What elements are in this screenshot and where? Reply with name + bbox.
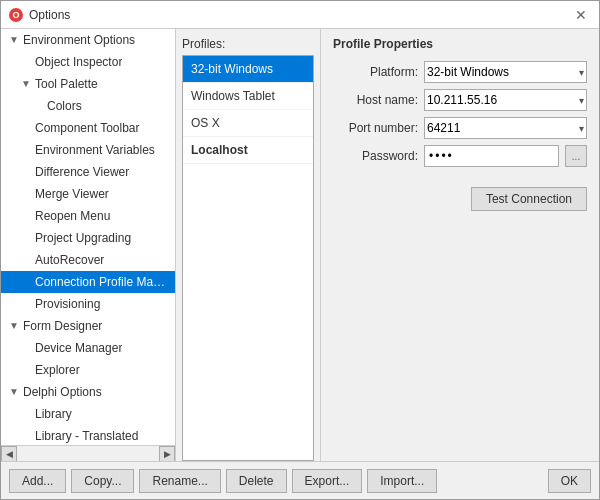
tree-item-library-trans[interactable]: Library - Translated <box>1 425 175 445</box>
tree-item-label: Merge Viewer <box>35 185 109 203</box>
profile-item-32bit-win[interactable]: 32-bit Windows <box>183 56 313 83</box>
platform-select[interactable]: 32-bit Windows 64-bit Windows OS X <box>424 61 587 83</box>
tree-panel: ▼Environment OptionsObject Inspector▼Too… <box>1 29 176 461</box>
test-connection-button[interactable]: Test Connection <box>471 187 587 211</box>
tree-item-colors[interactable]: Colors <box>1 95 175 117</box>
tree-item-comp-toolbar[interactable]: Component Toolbar <box>1 117 175 139</box>
scroll-right-btn[interactable]: ▶ <box>159 446 175 462</box>
hostname-select[interactable]: 10.211.55.16 <box>424 89 587 111</box>
tree-item-label: Environment Options <box>23 31 135 49</box>
close-button[interactable]: ✕ <box>571 5 591 25</box>
tree-scroll-area[interactable]: ▼Environment OptionsObject Inspector▼Too… <box>1 29 175 445</box>
tree-item-label: Provisioning <box>35 295 100 313</box>
profile-item-localhost[interactable]: Localhost <box>183 137 313 164</box>
copy-button[interactable]: Copy... <box>71 469 134 493</box>
tree-item-library[interactable]: Library <box>1 403 175 425</box>
hostname-label: Host name: <box>333 93 418 107</box>
window-title: Options <box>29 8 70 22</box>
tree-item-conn-profile[interactable]: Connection Profile Manager <box>1 271 175 293</box>
tree-item-label: Object Inspector <box>35 53 122 71</box>
port-select[interactable]: 64211 <box>424 117 587 139</box>
ok-button[interactable]: OK <box>548 469 591 493</box>
port-label: Port number: <box>333 121 418 135</box>
properties-panel: Profile Properties Platform: 32-bit Wind… <box>321 29 599 461</box>
tree-item-proj-upgrading[interactable]: Project Upgrading <box>1 227 175 249</box>
export-button[interactable]: Export... <box>292 469 363 493</box>
tree-item-autorecover[interactable]: AutoRecover <box>1 249 175 271</box>
tree-item-label: AutoRecover <box>35 251 104 269</box>
scroll-track <box>17 446 159 462</box>
hostname-row: Host name: 10.211.55.16 <box>333 89 587 111</box>
main-content: ▼Environment OptionsObject Inspector▼Too… <box>1 29 599 461</box>
port-select-wrapper[interactable]: 64211 <box>424 117 587 139</box>
expand-icon: ▼ <box>9 31 21 49</box>
tree-item-provisioning[interactable]: Provisioning <box>1 293 175 315</box>
tree-item-label: Device Manager <box>35 339 122 357</box>
tree-item-label: Environment Variables <box>35 141 155 159</box>
profiles-panel: Profiles: 32-bit WindowsWindows TabletOS… <box>176 29 321 461</box>
port-row: Port number: 64211 <box>333 117 587 139</box>
profiles-label: Profiles: <box>182 37 314 51</box>
bottom-bar: Add... Copy... Rename... Delete Export..… <box>1 461 599 499</box>
expand-icon: ▼ <box>9 383 21 401</box>
options-window: O Options ✕ ▼Environment OptionsObject I… <box>0 0 600 500</box>
platform-row: Platform: 32-bit Windows 64-bit Windows … <box>333 61 587 83</box>
password-field[interactable]: •••• <box>424 145 559 167</box>
tree-item-label: Library <box>35 405 72 423</box>
password-dots: •••• <box>429 149 454 163</box>
tree-item-merge-viewer[interactable]: Merge Viewer <box>1 183 175 205</box>
add-button[interactable]: Add... <box>9 469 66 493</box>
tree-item-label: Difference Viewer <box>35 163 129 181</box>
expand-icon: ▼ <box>21 75 33 93</box>
tree-item-label: Explorer <box>35 361 80 379</box>
rename-button[interactable]: Rename... <box>139 469 220 493</box>
bottom-bar-right: OK <box>548 469 591 493</box>
import-button[interactable]: Import... <box>367 469 437 493</box>
title-bar: O Options ✕ <box>1 1 599 29</box>
tree-item-explorer[interactable]: Explorer <box>1 359 175 381</box>
tree-item-env-options[interactable]: ▼Environment Options <box>1 29 175 51</box>
profile-list[interactable]: 32-bit WindowsWindows TabletOS XLocalhos… <box>182 55 314 461</box>
tree-item-reopen-menu[interactable]: Reopen Menu <box>1 205 175 227</box>
scroll-left-btn[interactable]: ◀ <box>1 446 17 462</box>
tree-item-delphi-opts[interactable]: ▼Delphi Options <box>1 381 175 403</box>
profile-item-osx[interactable]: OS X <box>183 110 313 137</box>
tree-item-tool-palette[interactable]: ▼Tool Palette <box>1 73 175 95</box>
password-label: Password: <box>333 149 418 163</box>
tree-item-env-vars[interactable]: Environment Variables <box>1 139 175 161</box>
bottom-bar-left: Add... Copy... Rename... Delete Export..… <box>9 469 543 493</box>
tree-item-label: Tool Palette <box>35 75 98 93</box>
tree-item-label: Project Upgrading <box>35 229 131 247</box>
horizontal-scrollbar[interactable]: ◀ ▶ <box>1 445 175 461</box>
tree-item-obj-inspector[interactable]: Object Inspector <box>1 51 175 73</box>
tree-item-label: Library - Translated <box>35 427 138 445</box>
password-row: Password: •••• ... <box>333 145 587 167</box>
platform-select-wrapper[interactable]: 32-bit Windows 64-bit Windows OS X <box>424 61 587 83</box>
tree-item-diff-viewer[interactable]: Difference Viewer <box>1 161 175 183</box>
tree-item-device-mgr[interactable]: Device Manager <box>1 337 175 359</box>
tree-item-label: Colors <box>47 97 82 115</box>
tree-item-label: Component Toolbar <box>35 119 140 137</box>
delete-button[interactable]: Delete <box>226 469 287 493</box>
tree-item-form-designer[interactable]: ▼Form Designer <box>1 315 175 337</box>
hostname-select-wrapper[interactable]: 10.211.55.16 <box>424 89 587 111</box>
tree-item-label: Connection Profile Manager <box>35 273 171 291</box>
password-browse-btn[interactable]: ... <box>565 145 587 167</box>
tree-item-label: Delphi Options <box>23 383 102 401</box>
properties-title: Profile Properties <box>333 37 587 51</box>
profile-item-win-tablet[interactable]: Windows Tablet <box>183 83 313 110</box>
expand-icon: ▼ <box>9 317 21 335</box>
tree-item-label: Form Designer <box>23 317 102 335</box>
platform-label: Platform: <box>333 65 418 79</box>
tree-item-label: Reopen Menu <box>35 207 110 225</box>
app-icon: O <box>9 8 23 22</box>
